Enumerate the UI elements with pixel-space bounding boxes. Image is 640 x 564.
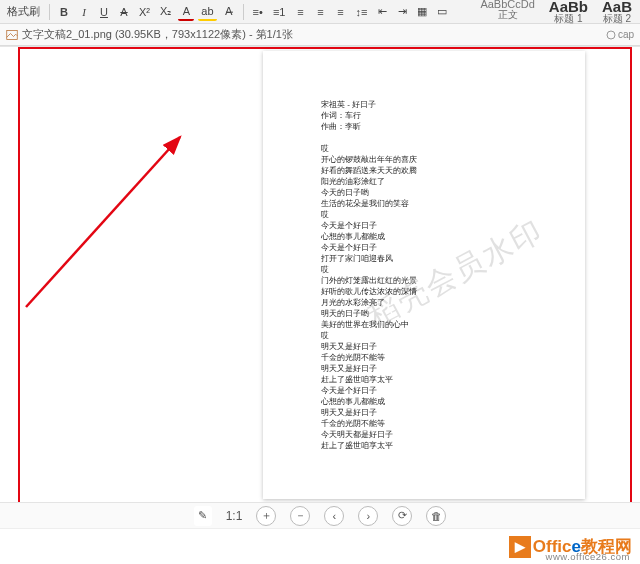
document-body-text: 宋祖英 - 好日子 作词：车行 作曲：李昕 哎 开心的锣鼓敲出年年的喜庆 好看的… (321, 99, 417, 451)
document-page[interactable]: 稻壳会员水印 宋祖英 - 好日子 作词：车行 作曲：李昕 哎 开心的锣鼓敲出年年… (263, 51, 585, 499)
zoom-out-button[interactable]: － (290, 506, 310, 526)
delete-button[interactable]: 🗑 (426, 506, 446, 526)
numbering-button[interactable]: ≡1 (270, 3, 289, 21)
highlight-button[interactable]: ab (198, 3, 216, 21)
ribbon-toolbar: 格式刷 B I U A X² X₂ A ab A̶ ≡• ≡1 ≡ ≡ ≡ ↕≡… (0, 0, 640, 24)
clear-format-button[interactable]: A̶ (221, 3, 237, 21)
align-left-button[interactable]: ≡ (292, 3, 308, 21)
next-image-button[interactable]: › (358, 506, 378, 526)
document-tab-bar: 文字文稿2_01.png (30.95KB，793x1122像素) - 第1/1… (0, 24, 640, 46)
border-button[interactable]: ▭ (434, 3, 450, 21)
prev-image-button[interactable]: ‹ (324, 506, 344, 526)
indent-inc-button[interactable]: ⇥ (394, 3, 410, 21)
image-preview-viewport: 稻壳会员水印 宋祖英 - 好日子 作词：车行 作曲：李昕 哎 开心的锣鼓敲出年年… (0, 46, 640, 506)
indent-dec-button[interactable]: ⇤ (374, 3, 390, 21)
bullets-button[interactable]: ≡• (250, 3, 266, 21)
strikethrough-button[interactable]: A (116, 3, 132, 21)
edit-image-button[interactable]: ✎ (194, 506, 212, 526)
tab-filename[interactable]: 文字文稿2_01.png (30.95KB，793x1122像素) - 第1/1… (22, 27, 293, 42)
brand-icon: ▶ (509, 536, 531, 558)
italic-button[interactable]: I (76, 3, 92, 21)
zoom-actual-button[interactable]: 1:1 (226, 509, 243, 523)
bold-button[interactable]: B (56, 3, 72, 21)
image-viewer-controls: ✎ 1:1 ＋ － ‹ › ⟳ 🗑 (0, 502, 640, 528)
line-spacing-button[interactable]: ↕≡ (352, 3, 370, 21)
shading-button[interactable]: ▦ (414, 3, 430, 21)
svg-point-1 (607, 31, 615, 39)
site-brand-footer: ▶ Office教程网 www.office26.com (0, 528, 640, 564)
align-right-button[interactable]: ≡ (332, 3, 348, 21)
format-painter-button[interactable]: 格式刷 (4, 3, 43, 21)
font-color-button[interactable]: A (178, 3, 194, 21)
underline-button[interactable]: U (96, 3, 112, 21)
rotate-button[interactable]: ⟳ (392, 506, 412, 526)
tab-right-label[interactable]: cap (606, 29, 634, 40)
align-center-button[interactable]: ≡ (312, 3, 328, 21)
image-file-icon (6, 29, 18, 41)
style-heading-2[interactable]: AaB 标题 2 (602, 0, 632, 24)
style-body[interactable]: AaBbCcDd 正文 (480, 0, 534, 24)
superscript-button[interactable]: X² (136, 3, 153, 21)
subscript-button[interactable]: X₂ (157, 3, 174, 21)
zoom-in-button[interactable]: ＋ (256, 506, 276, 526)
brand-url: www.office26.com (546, 551, 630, 562)
style-heading-1[interactable]: AaBb 标题 1 (549, 0, 588, 24)
style-gallery: AaBbCcDd 正文 AaBb 标题 1 AaB 标题 2 (480, 0, 632, 24)
